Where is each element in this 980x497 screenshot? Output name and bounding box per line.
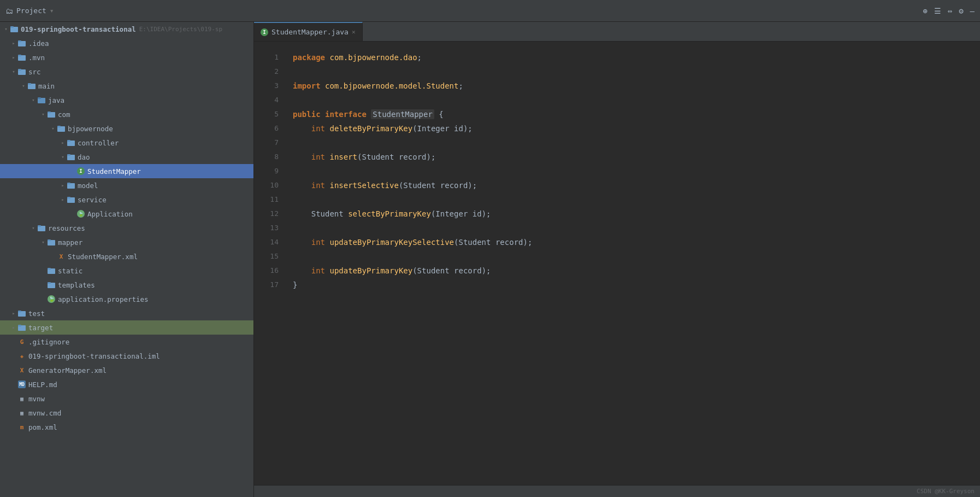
svg-rect-11: [38, 97, 41, 99]
main-folder-icon: [27, 81, 36, 90]
title-bar: 🗂 Project ▾ ⊕ ☰ ⇔ ⚙ —: [0, 0, 980, 22]
sidebar-item-service[interactable]: service: [0, 192, 253, 207]
application-icon: 🍃: [76, 209, 85, 218]
code-editor[interactable]: 1 2 3 4 5 6 7 8 9 10 11 12 13 14 15 16 1…: [254, 42, 980, 485]
tab-bar: I StudentMapper.java ✕: [254, 22, 980, 42]
sidebar-item-mvnw[interactable]: ▦ mvnw: [0, 391, 253, 406]
templates-arrow: [39, 281, 47, 289]
static-label: static: [58, 267, 82, 275]
bjpowernode-folder-icon: [57, 124, 66, 133]
static-arrow: [39, 267, 47, 274]
svg-rect-35: [18, 325, 21, 326]
code-content[interactable]: package com.bjpowernode.dao; import com.…: [284, 42, 980, 485]
svg-rect-9: [28, 83, 31, 85]
tab-studentmapper[interactable]: I StudentMapper.java ✕: [254, 22, 363, 41]
dao-arrow: [59, 153, 67, 161]
sidebar-item-resources[interactable]: resources: [0, 221, 253, 235]
sidebar-item-main[interactable]: main: [0, 79, 253, 93]
target-arrow: [10, 324, 17, 331]
appprops-label: application.properties: [58, 295, 149, 303]
status-bar: CSDN @KK-Greyson: [254, 485, 980, 497]
com-arrow: [39, 110, 47, 118]
svg-rect-17: [67, 140, 70, 142]
structure-icon[interactable]: ☰: [934, 7, 941, 15]
sidebar-item-iml[interactable]: ◈ 019-springboot-transactional.iml: [0, 349, 253, 363]
controller-folder-icon: [67, 138, 75, 147]
test-label: test: [28, 309, 45, 318]
svg-rect-5: [18, 55, 21, 56]
sidebar-item-test[interactable]: test: [0, 306, 253, 320]
templates-label: templates: [58, 281, 95, 289]
main-label: main: [38, 82, 55, 90]
sidebar-item-studentmapper-xml[interactable]: X StudentMapper.xml: [0, 249, 253, 264]
mvnwcmd-icon: ▦: [17, 408, 26, 417]
studentmapper-arrow: [69, 167, 76, 175]
sidebar-item-templates[interactable]: templates: [0, 278, 253, 292]
svg-rect-13: [48, 112, 51, 113]
sidebar-item-mapper[interactable]: mapper: [0, 235, 253, 249]
sidebar-item-idea[interactable]: .idea: [0, 36, 253, 50]
static-folder-icon: [47, 266, 56, 275]
svg-rect-3: [18, 40, 21, 42]
sidebar-item-static[interactable]: static: [0, 264, 253, 278]
sync-icon[interactable]: ⇔: [948, 7, 952, 15]
sidebar-item-pomxml[interactable]: m pom.xml: [0, 420, 253, 434]
src-label: src: [28, 68, 41, 76]
java-arrow: [29, 96, 37, 104]
root-path: E:\IDEA\Projects\019-sp: [139, 26, 222, 33]
generatorxml-icon: X: [17, 366, 26, 375]
mvn-label: .mvn: [28, 54, 45, 62]
sidebar-item-controller[interactable]: controller: [0, 136, 253, 150]
svg-rect-19: [67, 154, 70, 156]
sidebar-item-model[interactable]: model: [0, 178, 253, 192]
project-dropdown-icon[interactable]: ▾: [50, 7, 54, 15]
svg-rect-1: [10, 26, 14, 28]
target-folder-icon: [17, 323, 26, 332]
xml-icon: X: [57, 252, 66, 261]
sidebar-item-gitignore[interactable]: G .gitignore: [0, 335, 253, 349]
mvnwcmd-label: mvnw.cmd: [28, 409, 61, 417]
sidebar-item-target[interactable]: target: [0, 320, 253, 335]
bjpowernode-label: bjpowernode: [68, 125, 113, 133]
sidebar-item-dao[interactable]: dao: [0, 150, 253, 164]
resources-arrow: [29, 224, 37, 232]
sidebar-item-generatorxml[interactable]: X GeneratorMapper.xml: [0, 363, 253, 377]
sidebar-item-helpmd[interactable]: MD HELP.md: [0, 377, 253, 391]
com-label: com: [58, 110, 70, 119]
controller-label: controller: [78, 139, 119, 147]
sidebar-item-mvn[interactable]: .mvn: [0, 50, 253, 65]
sidebar-item-studentmapper[interactable]: I StudentMapper: [0, 164, 253, 178]
line-numbers: 1 2 3 4 5 6 7 8 9 10 11 12 13 14 15 16 1…: [254, 42, 284, 485]
svg-rect-25: [38, 225, 41, 227]
helpmd-icon: MD: [17, 380, 26, 389]
project-label: Project: [16, 7, 46, 15]
title-actions: ⊕ ☰ ⇔ ⚙ —: [923, 7, 975, 15]
sidebar-item-mvnwcmd[interactable]: ▦ mvnw.cmd: [0, 406, 253, 420]
sidebar-item-application[interactable]: 🍃 Application: [0, 207, 253, 221]
pomxml-icon: m: [17, 423, 26, 431]
mapper-arrow: [39, 238, 47, 246]
application-arrow: [69, 210, 76, 218]
navigate-icon[interactable]: ⊕: [923, 7, 927, 15]
sidebar-item-java[interactable]: java: [0, 93, 253, 107]
tree-root[interactable]: 019-springboot-transactional E:\IDEA\Pro…: [0, 22, 253, 36]
studentmapperxml-label: StudentMapper.xml: [68, 253, 138, 261]
project-title[interactable]: 🗂 Project ▾: [5, 7, 54, 15]
mvnw-label: mvnw: [28, 395, 45, 403]
sidebar-item-bjpowernode[interactable]: bjpowernode: [0, 121, 253, 136]
sidebar-item-src[interactable]: src: [0, 65, 253, 79]
bjpowernode-arrow: [49, 125, 57, 132]
mapper-folder-icon: [47, 238, 56, 247]
tab-close-button[interactable]: ✕: [352, 28, 356, 36]
model-label: model: [78, 182, 98, 190]
mapper-label: mapper: [58, 238, 82, 247]
dao-folder-icon: [67, 153, 75, 161]
project-icon: 🗂: [5, 7, 13, 15]
sidebar-item-app-props[interactable]: 🍃 application.properties: [0, 292, 253, 306]
minimize-icon[interactable]: —: [970, 7, 975, 15]
sidebar-item-com[interactable]: com: [0, 107, 253, 121]
target-label: target: [28, 324, 53, 332]
svg-rect-23: [67, 197, 70, 198]
svg-rect-33: [18, 311, 21, 312]
settings-icon[interactable]: ⚙: [959, 7, 963, 15]
